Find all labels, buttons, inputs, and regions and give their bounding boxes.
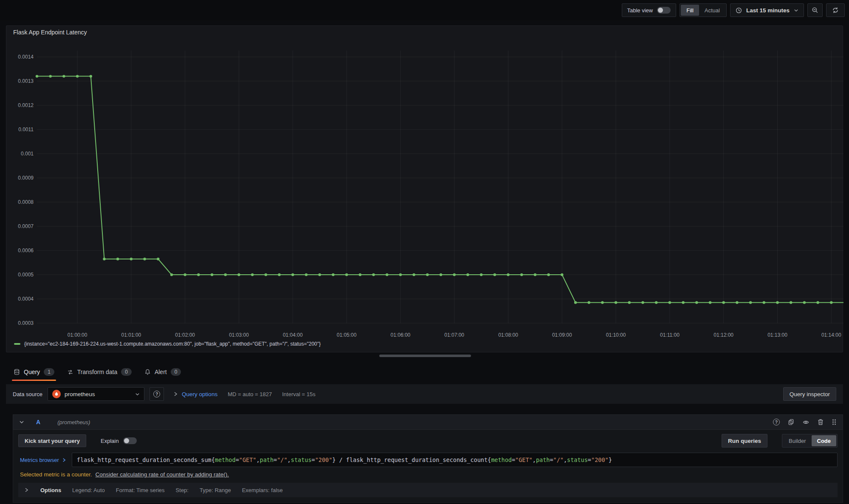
- query-inspector-button[interactable]: Query inspector: [783, 387, 836, 401]
- query-toolbar: Kick start your query Explain Run querie…: [18, 434, 838, 448]
- add-rate-link[interactable]: Consider calculating rate of counter by …: [96, 471, 229, 478]
- metrics-browser-label: Metrics browser: [20, 457, 59, 463]
- svg-text:01:08:00: 01:08:00: [498, 332, 518, 338]
- chevron-right-icon: [62, 458, 66, 462]
- query-a-body: Kick start your query Explain Run querie…: [13, 430, 843, 503]
- explain-toggle-group[interactable]: Explain: [101, 437, 137, 444]
- metrics-browser-toggle[interactable]: Metrics browser: [18, 457, 72, 463]
- explain-label: Explain: [101, 438, 119, 444]
- panel-resize-handle[interactable]: [379, 355, 471, 357]
- transform-icon: [67, 369, 73, 375]
- actual-button[interactable]: Actual: [699, 5, 725, 16]
- warning-text: Selected metric is a counter.: [20, 471, 92, 478]
- tab-query-count: 1: [44, 368, 54, 376]
- svg-text:0.001: 0.001: [21, 151, 34, 157]
- switch-knob: [658, 8, 663, 13]
- tab-query[interactable]: Query 1: [9, 363, 59, 381]
- tab-alert-label: Alert: [155, 369, 167, 375]
- query-options-collapsed-row[interactable]: Options Legend: Auto Format: Time series…: [18, 483, 838, 497]
- collapse-chevron-icon: [19, 420, 24, 425]
- toggle-visibility-eye-icon[interactable]: [802, 419, 810, 425]
- query-ref-id: A: [36, 419, 40, 425]
- legend-series-label[interactable]: {instance="ec2-184-169-216-224.us-west-1…: [24, 341, 321, 347]
- tab-alert-count: 0: [171, 368, 181, 376]
- refresh-button[interactable]: [826, 3, 845, 17]
- svg-text:01:00:00: 01:00:00: [68, 332, 87, 338]
- options-step-summary: Step:: [176, 487, 189, 493]
- code-mode-button[interactable]: Code: [812, 435, 837, 446]
- delete-query-trash-icon[interactable]: [818, 419, 824, 425]
- svg-text:01:13:00: 01:13:00: [767, 332, 787, 338]
- grafana-panel-editor: Table view Fill Actual Last 15 minutes: [0, 0, 849, 504]
- fill-button[interactable]: Fill: [681, 5, 699, 16]
- svg-text:0.0008: 0.0008: [18, 199, 34, 205]
- refresh-icon: [832, 7, 839, 14]
- expression-row: Metrics browser flask_http_request_durat…: [18, 453, 838, 467]
- options-format-summary: Format: Time series: [116, 487, 165, 493]
- explain-switch[interactable]: [123, 437, 137, 444]
- datasource-label: Data source: [13, 391, 42, 397]
- builder-mode-button[interactable]: Builder: [783, 435, 811, 446]
- tab-transform-label: Transform data: [77, 369, 117, 375]
- query-help-icon[interactable]: ?: [773, 419, 780, 425]
- bell-icon: [144, 369, 151, 375]
- datasource-help-button[interactable]: ?: [149, 387, 164, 401]
- svg-text:0.0009: 0.0009: [18, 175, 34, 181]
- query-a-header[interactable]: A (prometheus) ?: [13, 414, 843, 430]
- latency-chart[interactable]: 0.00140.00130.00120.00110.0010.00090.000…: [6, 26, 843, 340]
- zoom-out-icon: [812, 7, 818, 14]
- svg-text:0.0011: 0.0011: [18, 127, 34, 132]
- datasource-name: prometheus: [65, 391, 95, 397]
- svg-text:01:12:00: 01:12:00: [714, 332, 733, 338]
- options-type-summary: Type: Range: [200, 487, 231, 493]
- svg-text:01:05:00: 01:05:00: [337, 332, 357, 338]
- tab-transform-data[interactable]: Transform data 0: [63, 363, 136, 381]
- prometheus-icon: [52, 390, 61, 398]
- chart-legend: {instance="ec2-184-169-216-224.us-west-1…: [14, 341, 321, 347]
- svg-text:01:09:00: 01:09:00: [552, 332, 572, 338]
- tab-alert[interactable]: Alert 0: [140, 363, 185, 381]
- query-a-section: A (prometheus) ?: [13, 414, 843, 503]
- counter-warning-row: Selected metric is a counter. Consider c…: [20, 471, 838, 478]
- promql-expression-input[interactable]: flask_http_request_duration_seconds_sum{…: [72, 453, 838, 467]
- svg-text:0.0014: 0.0014: [18, 54, 34, 60]
- query-datasource-hint: (prometheus): [57, 419, 90, 425]
- datasource-row: Data source prometheus ? Query options M…: [6, 384, 843, 404]
- svg-text:0.0006: 0.0006: [18, 248, 34, 253]
- help-circle-icon: ?: [153, 391, 160, 397]
- tab-query-label: Query: [24, 369, 40, 375]
- table-view-switch[interactable]: [657, 7, 671, 14]
- options-label: Options: [40, 487, 61, 493]
- time-range-label: Last 15 minutes: [746, 7, 790, 14]
- svg-text:01:07:00: 01:07:00: [444, 332, 464, 338]
- editor-tabs: Query 1 Transform data 0 Alert: [9, 363, 185, 381]
- table-view-toggle-group[interactable]: Table view: [622, 3, 677, 17]
- svg-text:01:02:00: 01:02:00: [175, 332, 195, 338]
- kick-start-query-button[interactable]: Kick start your query: [18, 434, 86, 447]
- svg-text:01:03:00: 01:03:00: [229, 332, 249, 338]
- tab-transform-count: 0: [121, 368, 132, 376]
- drag-handle-grip-icon[interactable]: [832, 419, 837, 425]
- chevron-down-icon: [135, 392, 140, 397]
- query-actions: ?: [773, 419, 837, 425]
- svg-text:01:04:00: 01:04:00: [283, 332, 303, 338]
- chevron-right-icon: [173, 391, 178, 397]
- time-range-picker[interactable]: Last 15 minutes: [730, 3, 804, 17]
- svg-text:0.0004: 0.0004: [18, 296, 34, 302]
- options-legend-summary: Legend: Auto: [72, 487, 105, 493]
- svg-text:01:14:00: 01:14:00: [821, 332, 841, 338]
- query-options-toggle[interactable]: Query options MD = auto = 1827 Interval …: [173, 391, 316, 397]
- svg-text:01:06:00: 01:06:00: [391, 332, 411, 338]
- duplicate-query-icon[interactable]: [788, 419, 794, 425]
- svg-text:01:11:00: 01:11:00: [660, 332, 680, 338]
- datasource-picker[interactable]: prometheus: [48, 387, 144, 401]
- svg-text:0.0003: 0.0003: [18, 320, 34, 326]
- table-view-label: Table view: [627, 7, 653, 14]
- svg-text:0.0007: 0.0007: [18, 223, 34, 229]
- query-options-label: Query options: [182, 391, 217, 397]
- options-exemplars-summary: Exemplars: false: [242, 487, 283, 493]
- chevron-down-icon: [794, 8, 798, 13]
- clock-icon: [736, 7, 742, 14]
- run-queries-button[interactable]: Run queries: [722, 434, 767, 448]
- zoom-out-button[interactable]: [807, 3, 823, 17]
